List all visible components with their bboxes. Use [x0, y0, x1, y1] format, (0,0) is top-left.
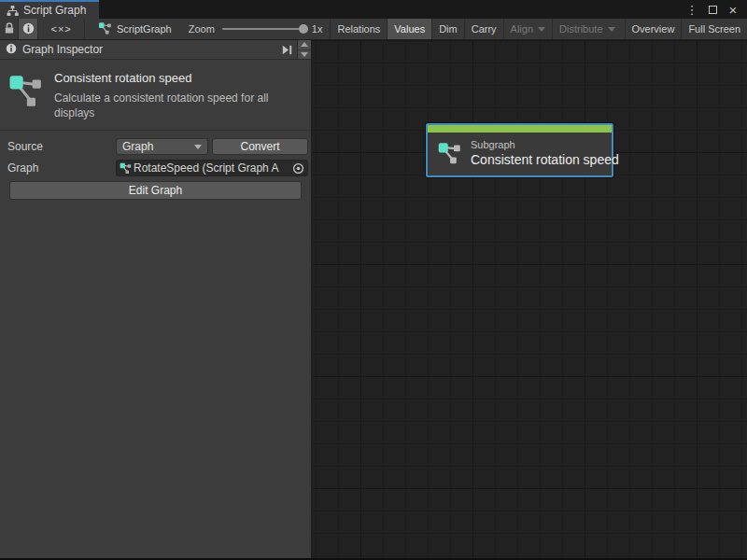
script-graph-window: Script Graph ⋮ × — [0, 0, 747, 560]
convert-button[interactable]: Convert — [212, 138, 308, 155]
overview-label: Overview — [632, 23, 675, 35]
dock-panel-icon[interactable] — [277, 45, 297, 55]
script-graph-icon — [120, 162, 132, 175]
node-type-label: Subgraph — [471, 139, 602, 150]
zoom-label: Zoom — [189, 23, 215, 35]
lock-icon — [4, 22, 15, 36]
relations-label: Relations — [337, 23, 380, 35]
window-controls: ⋮ × — [684, 0, 747, 19]
edit-graph-label: Edit Graph — [129, 184, 182, 197]
subgraph-node-body: Subgraph Consistent rotation speed — [428, 133, 612, 175]
scroll-down-icon[interactable] — [298, 49, 311, 60]
full-screen-label: Full Screen — [688, 23, 740, 35]
tab-label: Script Graph — [23, 4, 86, 17]
align-button[interactable]: Align — [503, 19, 552, 39]
source-row: Source Graph Convert — [7, 138, 308, 155]
graph-field-label: Graph — [7, 161, 116, 175]
convert-label: Convert — [240, 140, 279, 153]
graph-toolbar: <×> ScriptGraph Zoom 1x Relations — [0, 19, 747, 40]
distribute-button[interactable]: Distribute — [552, 19, 621, 39]
source-dropdown-value: Graph — [122, 140, 190, 153]
window-close-icon[interactable]: × — [725, 2, 741, 17]
graph-info-texts: Consistent rotation speed Calculate a co… — [54, 71, 302, 120]
info-icon — [6, 43, 17, 57]
dim-label: Dim — [439, 23, 458, 35]
zoom-slider[interactable] — [222, 28, 304, 30]
scroll-up-icon[interactable] — [298, 40, 311, 49]
relations-button[interactable]: Relations — [330, 19, 387, 39]
node-title: Consistent rotation speed — [471, 152, 602, 167]
view-buttons-group: Relations Values Dim Carry Align Distrib… — [330, 19, 747, 39]
chevron-down-icon — [538, 27, 545, 32]
lock-button[interactable] — [0, 19, 19, 39]
carry-button[interactable]: Carry — [464, 19, 503, 39]
graph-title: Consistent rotation speed — [54, 71, 302, 85]
graph-hierarchy-icon — [7, 5, 19, 17]
distribute-label: Distribute — [559, 23, 602, 35]
edit-graph-button[interactable]: Edit Graph — [9, 181, 302, 200]
zoom-control: Zoom 1x — [181, 19, 331, 39]
overview-button[interactable]: Overview — [625, 19, 682, 39]
graph-inspector-header: Graph Inspector — [0, 40, 311, 60]
graph-object-field[interactable]: RotateSpeed (Script Graph A — [116, 160, 308, 176]
inspector-scrollbar — [297, 40, 311, 59]
values-label: Values — [394, 23, 425, 35]
main-area: Graph Inspector — [0, 40, 747, 558]
tab-script-graph[interactable]: Script Graph — [0, 0, 99, 19]
subgraph-node[interactable]: Subgraph Consistent rotation speed — [426, 123, 613, 177]
subgraph-node-header — [428, 125, 612, 133]
code-icon: <×> — [50, 23, 71, 35]
graph-object-value: RotateSpeed (Script Graph A — [134, 161, 291, 175]
graph-description: Calculate a consistent rotation speed fo… — [54, 91, 302, 120]
values-button[interactable]: Values — [387, 19, 431, 39]
graph-info-block: Consistent rotation speed Calculate a co… — [0, 60, 311, 131]
graph-inspector-panel: Graph Inspector — [0, 40, 312, 558]
script-graph-icon — [98, 21, 112, 37]
object-picker-icon[interactable] — [291, 162, 305, 175]
breadcrumb[interactable]: ScriptGraph — [85, 19, 181, 39]
graph-canvas[interactable]: Subgraph Consistent rotation speed — [312, 40, 747, 558]
zoom-slider-knob[interactable] — [299, 24, 308, 34]
align-label: Align — [511, 23, 533, 35]
zoom-value: 1x — [312, 23, 323, 35]
source-label: Source — [7, 140, 116, 153]
script-graph-icon — [7, 71, 45, 120]
inspector-title: Graph Inspector — [22, 43, 277, 56]
code-view-button[interactable]: <×> — [38, 19, 85, 39]
dim-button[interactable]: Dim — [431, 19, 464, 39]
graph-row: Graph RotateSpeed (Scr — [7, 160, 308, 176]
inspector-toggle-button[interactable] — [19, 19, 38, 39]
window-menu-icon[interactable]: ⋮ — [684, 2, 700, 17]
window-maximize-icon[interactable] — [704, 2, 721, 17]
source-dropdown[interactable]: Graph — [116, 138, 208, 155]
breadcrumb-label: ScriptGraph — [117, 23, 172, 35]
full-screen-button[interactable]: Full Screen — [681, 19, 747, 39]
maximize-square — [709, 6, 717, 14]
carry-label: Carry — [472, 23, 497, 35]
chevron-down-icon — [608, 27, 615, 32]
tab-strip: Script Graph ⋮ × — [0, 0, 747, 19]
chevron-down-icon — [194, 145, 202, 149]
tabstrip-spacer — [99, 0, 684, 19]
info-icon — [22, 22, 35, 36]
inspector-rows: Source Graph Convert Graph — [0, 131, 311, 200]
subgraph-icon — [437, 141, 462, 166]
